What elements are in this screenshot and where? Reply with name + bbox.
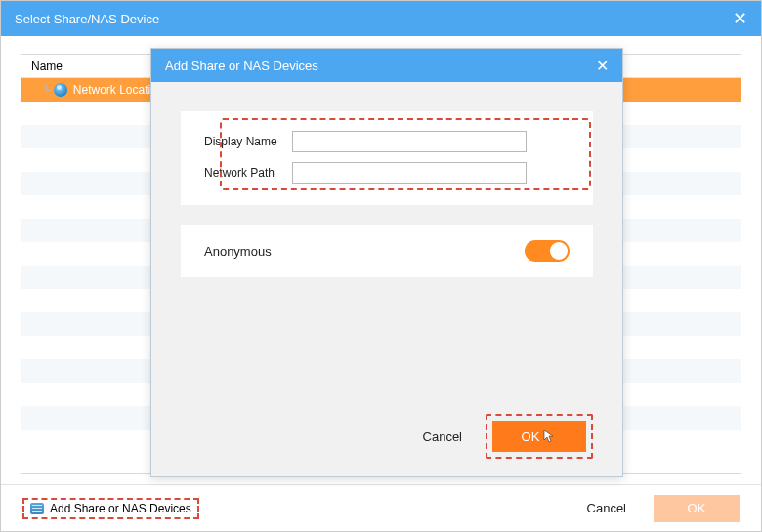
- select-share-window: Select Share/NAS Device ✕ Name └ Network…: [0, 0, 762, 532]
- modal-title: Add Share or NAS Devices: [165, 59, 318, 73]
- anonymous-label: Anonymous: [204, 244, 272, 259]
- main-ok-button[interactable]: OK: [654, 495, 740, 522]
- modal-close-icon[interactable]: ✕: [596, 57, 609, 75]
- anonymous-card: Anonymous: [181, 225, 593, 277]
- toggle-knob-icon: [550, 242, 568, 260]
- main-titlebar: Select Share/NAS Device ✕: [1, 1, 761, 36]
- modal-footer: Cancel OK: [419, 414, 593, 459]
- modal-titlebar: Add Share or NAS Devices ✕: [151, 49, 622, 82]
- network-path-row: Network Path: [204, 162, 570, 184]
- main-cancel-button[interactable]: Cancel: [587, 501, 626, 515]
- ok-highlight-box: OK: [486, 414, 593, 459]
- main-title: Select Share/NAS Device: [15, 12, 159, 26]
- modal-body: Display Name Network Path Anonymous: [151, 82, 622, 277]
- modal-cancel-button[interactable]: Cancel: [419, 424, 466, 450]
- modal-ok-button[interactable]: OK: [492, 421, 586, 452]
- add-share-button[interactable]: Add Share or NAS Devices: [30, 502, 191, 515]
- display-name-label: Display Name: [204, 135, 292, 148]
- add-share-modal: Add Share or NAS Devices ✕ Display Name …: [150, 48, 623, 477]
- network-path-input[interactable]: [292, 162, 527, 184]
- anonymous-toggle[interactable]: [525, 240, 570, 262]
- main-footer: Add Share or NAS Devices Cancel OK: [1, 484, 761, 531]
- display-name-row: Display Name: [204, 131, 570, 152]
- display-name-input[interactable]: [292, 131, 527, 152]
- add-share-label: Add Share or NAS Devices: [50, 502, 191, 515]
- nas-device-icon: [30, 503, 44, 514]
- add-share-highlight: Add Share or NAS Devices: [22, 498, 199, 519]
- modal-ok-label: OK: [522, 430, 540, 444]
- cursor-icon: [543, 430, 557, 443]
- network-path-label: Network Path: [204, 166, 292, 180]
- main-close-icon[interactable]: ✕: [733, 8, 747, 29]
- globe-icon: [54, 83, 67, 97]
- footer-actions: Cancel OK: [587, 495, 740, 522]
- tree-connector-icon: └: [43, 84, 51, 96]
- fields-card: Display Name Network Path: [181, 111, 593, 205]
